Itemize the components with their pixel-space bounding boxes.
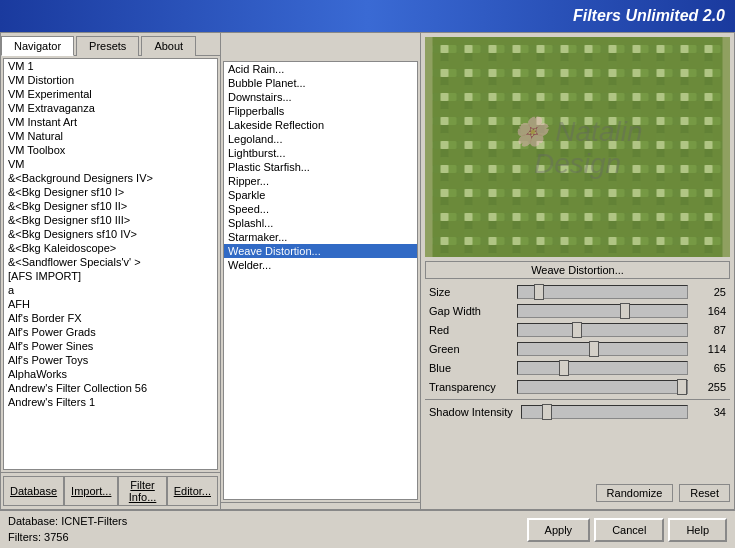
param-label-2: Red [429,324,509,336]
left-list-item[interactable]: VM Distortion [4,73,217,87]
middle-list-item[interactable]: Flipperballs [224,104,417,118]
middle-list-item[interactable]: Weave Distortion... [224,244,417,258]
shadow-value: 34 [696,406,726,418]
left-list[interactable]: VM 1VM DistortionVM ExperimentalVM Extra… [3,58,218,470]
middle-list-item[interactable]: Plastic Starfish... [224,160,417,174]
middle-list-item[interactable]: Acid Rain... [224,62,417,76]
action-buttons: Apply Cancel Help [527,518,727,542]
left-list-item[interactable]: Alf's Power Toys [4,353,217,367]
param-row: Gap Width 164 [425,302,730,320]
param-slider-5[interactable] [517,380,688,394]
left-list-item[interactable]: Andrew's Filters 1 [4,395,217,409]
shadow-label: Shadow Intensity [429,406,513,418]
left-list-item[interactable]: VM 1 [4,59,217,73]
editor-button[interactable]: Editor... [167,476,218,506]
app-title: Filters Unlimited 2.0 [573,7,725,25]
left-panel: Navigator Presets About VM 1VM Distortio… [1,33,221,509]
param-slider-area-5 [517,380,688,394]
status-info: Database: ICNET-Filters Filters: 3756 [8,514,127,545]
param-slider-4[interactable] [517,361,688,375]
tab-about[interactable]: About [141,36,196,56]
param-slider-area-1 [517,304,688,318]
left-list-item[interactable]: AFH [4,297,217,311]
middle-list-item[interactable]: Lightburst... [224,146,417,160]
param-row: Green 114 [425,340,730,358]
tab-presets[interactable]: Presets [76,36,139,56]
left-list-item[interactable]: a [4,283,217,297]
import-button[interactable]: Import... [64,476,118,506]
middle-list-item[interactable]: Welder... [224,258,417,272]
weave-preview [425,37,730,257]
middle-panel: Acid Rain...Bubble Planet...Downstairs..… [221,33,421,509]
left-list-item[interactable]: AlphaWorks [4,367,217,381]
middle-toolbar [221,502,420,509]
shadow-slider[interactable] [521,405,688,419]
middle-list-item[interactable]: Downstairs... [224,90,417,104]
param-label-0: Size [429,286,509,298]
shadow-slider-area [521,405,688,419]
left-list-item[interactable]: VM [4,157,217,171]
filters-label: Filters: [8,531,41,543]
param-label-1: Gap Width [429,305,509,317]
left-list-item[interactable]: VM Natural [4,129,217,143]
filter-info-button[interactable]: Filter Info... [118,476,166,506]
filter-name-display: Weave Distortion... [425,261,730,279]
tab-navigator[interactable]: Navigator [1,36,74,56]
left-list-item[interactable]: &<Bkg Designers sf10 IV> [4,227,217,241]
params-table: Size 25 Gap Width 164 Red 87 Green 114 B… [425,283,730,481]
param-row: Red 87 [425,321,730,339]
param-value-0: 25 [696,286,726,298]
left-list-item[interactable]: &<Sandflower Specials'v' > [4,255,217,269]
param-slider-area-2 [517,323,688,337]
left-list-item[interactable]: Alf's Power Grads [4,325,217,339]
right-panel: 🌸 Natalin Design Weave Distortion... Siz… [421,33,734,509]
param-value-5: 255 [696,381,726,393]
middle-list-item[interactable]: Bubble Planet... [224,76,417,90]
left-list-item[interactable]: &<Bkg Kaleidoscope> [4,241,217,255]
left-list-item[interactable]: VM Extravaganza [4,101,217,115]
left-list-item[interactable]: Alf's Border FX [4,311,217,325]
param-value-1: 164 [696,305,726,317]
left-toolbar: Database Import... Filter Info... Editor… [1,472,220,509]
middle-list-item[interactable]: Speed... [224,202,417,216]
main-content: Navigator Presets About VM 1VM Distortio… [0,32,735,510]
middle-list-item[interactable]: Ripper... [224,174,417,188]
param-slider-0[interactable] [517,285,688,299]
param-slider-2[interactable] [517,323,688,337]
database-button[interactable]: Database [3,476,64,506]
randomize-button[interactable]: Randomize [596,484,674,502]
param-row: Blue 65 [425,359,730,377]
left-list-item[interactable]: &<Bkg Designer sf10 II> [4,199,217,213]
params-divider [425,399,730,400]
left-list-item[interactable]: &<Bkg Designer sf10 III> [4,213,217,227]
middle-list-item[interactable]: Splashl... [224,216,417,230]
middle-list-item[interactable]: Sparkle [224,188,417,202]
middle-list-item[interactable]: Legoland... [224,132,417,146]
param-slider-1[interactable] [517,304,688,318]
database-label: Database: [8,515,58,527]
middle-list-item[interactable]: Starmaker... [224,230,417,244]
left-list-item[interactable]: VM Instant Art [4,115,217,129]
tabs: Navigator Presets About [1,33,220,56]
apply-button[interactable]: Apply [527,518,591,542]
middle-list-item[interactable]: Lakeside Reflection [224,118,417,132]
cancel-button[interactable]: Cancel [594,518,664,542]
database-value: ICNET-Filters [61,515,127,527]
left-list-item[interactable]: Alf's Power Sines [4,339,217,353]
left-list-item[interactable]: VM Experimental [4,87,217,101]
reset-button[interactable]: Reset [679,484,730,502]
left-list-item[interactable]: &<Background Designers IV> [4,171,217,185]
middle-list[interactable]: Acid Rain...Bubble Planet...Downstairs..… [223,61,418,500]
right-toolbar: Randomize Reset [425,481,730,505]
help-button[interactable]: Help [668,518,727,542]
param-slider-area-4 [517,361,688,375]
param-slider-area-0 [517,285,688,299]
param-slider-area-3 [517,342,688,356]
left-list-item[interactable]: Andrew's Filter Collection 56 [4,381,217,395]
param-slider-3[interactable] [517,342,688,356]
left-list-item[interactable]: [AFS IMPORT] [4,269,217,283]
left-list-item[interactable]: &<Bkg Designer sf10 I> [4,185,217,199]
left-list-item[interactable]: VM Toolbox [4,143,217,157]
param-label-4: Blue [429,362,509,374]
param-label-3: Green [429,343,509,355]
